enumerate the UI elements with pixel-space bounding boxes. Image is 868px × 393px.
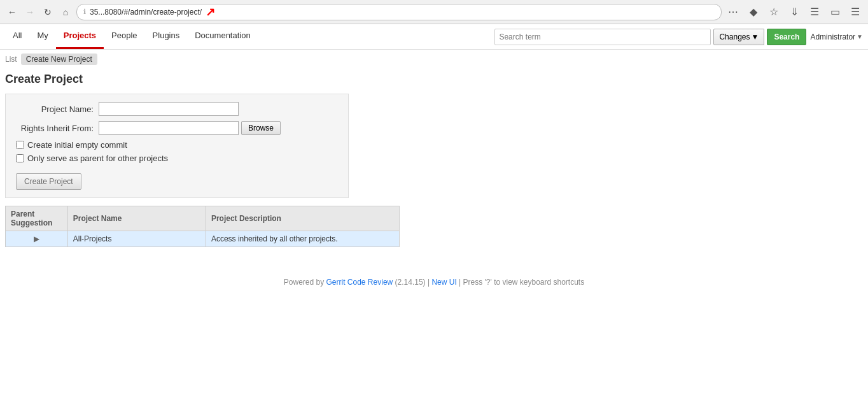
nav-right: Changes ▼ Search Administrator ▼ [494, 29, 863, 45]
rights-inherit-row: Rights Inherit From: Browse [16, 121, 338, 135]
info-icon: ℹ [83, 8, 86, 16]
download-button[interactable]: ⇓ [787, 4, 802, 20]
forward-button[interactable]: → [23, 5, 37, 19]
nav-item-documentation[interactable]: Documentation [187, 24, 258, 49]
project-name-label: Project Name: [16, 104, 99, 114]
footer: Powered by Gerrit Code Review (2.14.15) … [0, 273, 868, 292]
create-initial-commit-checkbox[interactable] [16, 141, 24, 149]
changes-label: Changes [719, 32, 750, 41]
page-title: Create Project [0, 69, 868, 94]
create-initial-commit-label: Create initial empty commit [27, 140, 127, 150]
table-head: Parent Suggestion Project Name Project D… [6, 206, 400, 231]
menu-button[interactable]: ☰ [848, 4, 863, 20]
browser-chrome: ← → ↻ ⌂ ℹ 35...8080/#/admin/create-proje… [0, 0, 868, 24]
project-name-cell[interactable]: All-Projects [67, 231, 206, 247]
browser-actions: ⋯ ◆ ☆ ⇓ ☰ ▭ ☰ [725, 4, 863, 20]
only-serve-parent-row: Only serve as parent for other projects [16, 154, 338, 163]
nav-item-projects[interactable]: Projects [56, 24, 104, 49]
breadcrumb: List Create New Project [0, 50, 868, 69]
url-text: 35...8080/#/admin/create-project/ [90, 8, 202, 17]
table-body: ▶ All-Projects Access inherited by all o… [6, 231, 400, 247]
create-initial-commit-row: Create initial empty commit [16, 140, 338, 150]
only-serve-parent-checkbox[interactable] [16, 154, 24, 162]
library-button[interactable]: ☰ [807, 4, 822, 20]
search-input[interactable] [494, 29, 711, 45]
col-project-description: Project Description [206, 206, 399, 231]
breadcrumb-list[interactable]: List [5, 55, 17, 64]
rights-inherit-input[interactable] [99, 121, 239, 135]
sidebar-button[interactable]: ▭ [827, 4, 843, 20]
col-parent-suggestion: Parent Suggestion [6, 206, 68, 231]
project-name-input[interactable] [99, 102, 239, 116]
version-text: (2.14.15) [395, 278, 426, 287]
admin-caret: ▼ [857, 33, 863, 40]
project-name-row: Project Name: [16, 102, 338, 116]
create-project-button[interactable]: Create Project [16, 173, 81, 190]
admin-name: Administrator [810, 32, 855, 41]
table-header-row: Parent Suggestion Project Name Project D… [6, 206, 400, 231]
only-serve-parent-label: Only serve as parent for other projects [27, 154, 168, 163]
reload-button[interactable]: ↻ [41, 5, 55, 19]
app-nav: All My Projects People Plugins Documenta… [0, 24, 868, 50]
breadcrumb-current: Create New Project [21, 54, 97, 65]
more-options-button[interactable]: ⋯ [725, 4, 741, 20]
nav-item-all[interactable]: All [5, 24, 29, 49]
col-project-name: Project Name [67, 206, 206, 231]
project-description-cell: Access inherited by all other projects. [206, 231, 399, 247]
table-row: ▶ All-Projects Access inherited by all o… [6, 231, 400, 247]
nav-item-people[interactable]: People [104, 24, 144, 49]
projects-table: Parent Suggestion Project Name Project D… [5, 206, 400, 247]
bookmark-button[interactable]: ☆ [766, 4, 781, 20]
home-button[interactable]: ⌂ [59, 5, 73, 19]
browse-button[interactable]: Browse [241, 121, 281, 135]
create-project-form: Project Name: Rights Inherit From: Brows… [5, 94, 349, 198]
back-button[interactable]: ← [5, 5, 19, 19]
new-ui-link[interactable]: New UI [431, 278, 456, 287]
address-bar: ℹ 35...8080/#/admin/create-project/ ↗ [76, 4, 722, 20]
arrow-cell: ▶ [6, 231, 68, 247]
changes-button[interactable]: Changes ▼ [713, 29, 764, 45]
admin-label: Administrator ▼ [810, 32, 863, 41]
powered-by-text: Powered by [284, 278, 324, 287]
keyboard-hint-text: Press '?' to view keyboard shortcuts [463, 278, 585, 287]
changes-caret: ▼ [751, 32, 759, 41]
search-box: Changes ▼ Search [494, 29, 806, 45]
annotation-arrow: ↗ [206, 5, 215, 19]
pocket-button[interactable]: ◆ [746, 4, 761, 20]
nav-item-plugins[interactable]: Plugins [145, 24, 188, 49]
nav-left: All My Projects People Plugins Documenta… [5, 24, 258, 49]
gerrit-link[interactable]: Gerrit Code Review [326, 278, 393, 287]
search-button[interactable]: Search [767, 29, 806, 45]
nav-item-my[interactable]: My [29, 24, 55, 49]
rights-inherit-label: Rights Inherit From: [16, 124, 99, 133]
